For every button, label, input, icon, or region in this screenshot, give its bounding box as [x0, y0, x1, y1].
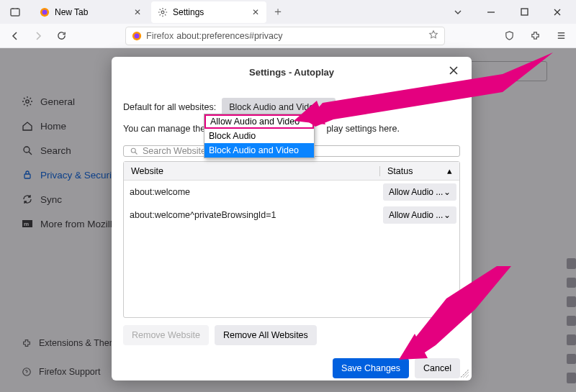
dropdown-option-allow-av[interactable]: Allow Audio and Video	[204, 114, 314, 129]
shield-icon[interactable]	[500, 27, 518, 45]
cell-website: about:welcome	[124, 187, 380, 197]
firefox-brand-icon	[132, 31, 142, 41]
autoplay-dialog: Settings - Autoplay Default for all webs…	[112, 57, 472, 380]
search-placeholder: Search Website	[143, 146, 206, 156]
chevron-down-icon: ⌄	[444, 187, 451, 197]
tab-settings[interactable]: Settings ✕	[151, 1, 266, 23]
gear-icon	[157, 6, 168, 18]
tab-close-icon[interactable]: ✕	[132, 7, 143, 17]
url-text: about:preferences#privacy	[176, 31, 282, 41]
cell-website: about:welcome^privateBrowsingId=1	[124, 210, 380, 220]
default-label: Default for all websites:	[123, 102, 216, 112]
window-minimize-button[interactable]	[481, 2, 501, 22]
url-identity: Firefox	[146, 31, 174, 41]
default-select-dropdown: Allow Audio and Video Block Audio Block …	[204, 114, 315, 158]
col-header-website[interactable]: Website	[124, 166, 380, 176]
cancel-button[interactable]: Cancel	[415, 358, 460, 378]
titlebar: New Tab ✕ Settings ✕ ＋	[0, 0, 576, 24]
dialog-title: Settings - Autoplay	[123, 67, 460, 78]
extensions-icon[interactable]	[526, 27, 544, 45]
dialog-close-button[interactable]	[449, 65, 462, 78]
svg-point-6	[135, 33, 140, 38]
dropdown-option-block-av[interactable]: Block Audio and Video	[204, 143, 314, 158]
back-button[interactable]	[6, 27, 24, 45]
url-bar[interactable]: Firefox about:preferences#privacy	[125, 27, 445, 45]
table-row[interactable]: about:welcome Allow Audio ...⌄	[124, 181, 459, 204]
svg-point-3	[161, 11, 164, 14]
tab-label: New Tab	[55, 7, 132, 17]
tab-label: Settings	[173, 7, 251, 17]
window-maximize-button[interactable]	[514, 2, 534, 22]
app-menu-icon[interactable]	[4, 1, 26, 23]
svg-rect-4	[521, 9, 528, 15]
forward-button	[29, 27, 48, 45]
svg-point-2	[42, 9, 48, 14]
bookmark-star-icon[interactable]	[428, 29, 438, 42]
sort-asc-icon: ▴	[447, 165, 452, 176]
app-menu-button[interactable]	[552, 27, 570, 45]
svg-rect-0	[11, 9, 19, 16]
row-status-select[interactable]: Allow Audio ...⌄	[383, 206, 456, 224]
firefox-icon	[39, 6, 50, 18]
select-value: Block Audio and Video	[229, 102, 319, 112]
new-tab-button[interactable]: ＋	[268, 2, 288, 22]
dropdown-option-block-audio[interactable]: Block Audio	[204, 129, 314, 143]
nav-toolbar: Firefox about:preferences#privacy	[0, 24, 576, 48]
col-header-status[interactable]: Status ▴	[380, 165, 459, 176]
chevron-down-icon: ⌄	[444, 210, 451, 220]
row-status-select[interactable]: Allow Audio ...⌄	[383, 183, 456, 201]
save-changes-button[interactable]: Save Changes	[333, 358, 409, 378]
chevron-down-icon: ▾	[325, 104, 328, 111]
tab-close-icon[interactable]: ✕	[251, 7, 261, 17]
window-close-button[interactable]	[547, 2, 567, 22]
table-row[interactable]: about:welcome^privateBrowsingId=1 Allow …	[124, 204, 459, 227]
svg-point-13	[131, 148, 135, 152]
tab-new[interactable]: New Tab ✕	[33, 1, 148, 23]
overflow-chevron-icon[interactable]	[448, 2, 468, 22]
remove-all-websites-button[interactable]: Remove All Websites	[215, 325, 317, 345]
remove-website-button: Remove Website	[123, 325, 209, 345]
resize-grip[interactable]	[460, 369, 469, 378]
website-table: Website Status ▴ about:welcome Allow Aud…	[123, 161, 460, 318]
search-icon	[130, 147, 138, 155]
reload-button[interactable]	[52, 27, 71, 45]
